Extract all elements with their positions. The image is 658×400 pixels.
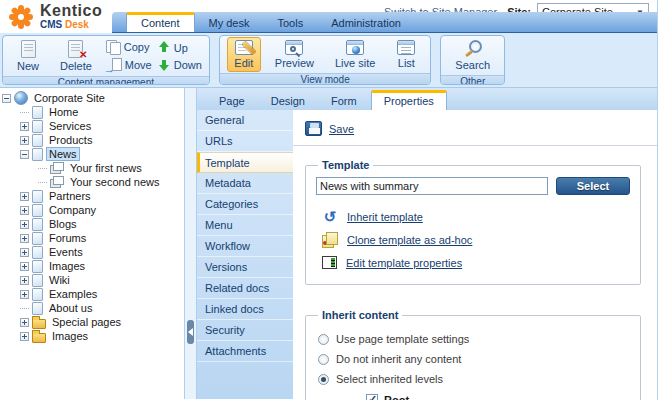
template-link-label[interactable]: Inherit template (347, 211, 423, 223)
live-site-mode-button[interactable]: Live site (328, 37, 382, 72)
tree-item-label[interactable]: Company (46, 203, 99, 217)
tree-item-wiki[interactable]: Wiki (0, 273, 184, 287)
template-link-label[interactable]: Clone template as ad-hoc (347, 234, 472, 246)
select-template-button[interactable]: Select (556, 177, 630, 195)
template-name-input[interactable] (316, 177, 548, 195)
expand-plus-icon[interactable] (20, 136, 29, 145)
tree-item-company[interactable]: Company (0, 203, 184, 217)
save-action[interactable]: Save (303, 114, 647, 145)
menu-item-attachments[interactable]: Attachments (197, 341, 293, 362)
tree-item-blogs[interactable]: Blogs (0, 217, 184, 231)
expand-plus-icon[interactable] (20, 192, 29, 201)
nav-tab-administration[interactable]: Administration (317, 13, 415, 32)
new-button[interactable]: New (10, 37, 46, 75)
edit-mode-button[interactable]: Edit (227, 37, 261, 72)
document-icon (32, 148, 43, 161)
expand-plus-icon[interactable] (20, 332, 29, 341)
menu-item-urls[interactable]: URLs (197, 131, 293, 152)
tree-item-label[interactable]: Images (46, 259, 88, 273)
tree-item-label[interactable]: Your first news (67, 161, 145, 175)
menu-item-metadata[interactable]: Metadata (197, 173, 293, 194)
tree-item-label[interactable]: Corporate Site (31, 91, 108, 105)
expand-plus-icon[interactable] (20, 290, 29, 299)
expand-plus-icon[interactable] (20, 276, 29, 285)
collapse-minus-icon[interactable] (2, 94, 11, 103)
tree-item-services[interactable]: Services (0, 119, 184, 133)
tree-item-label[interactable]: Events (46, 245, 86, 259)
nav-tab-my-desk[interactable]: My desk (195, 13, 264, 32)
expand-plus-icon[interactable] (20, 220, 29, 229)
tree-item-label[interactable]: Examples (46, 287, 100, 301)
nav-tab-tools[interactable]: Tools (264, 13, 318, 32)
tree-item-label[interactable]: Partners (46, 189, 94, 203)
tree-item-label[interactable]: Services (46, 119, 94, 133)
tab-form[interactable]: Form (319, 91, 369, 110)
tree-item-products[interactable]: Products (0, 133, 184, 147)
expand-plus-icon[interactable] (20, 122, 29, 131)
menu-item-template[interactable]: Template (197, 152, 293, 173)
template-link-edit-template-properties[interactable]: Edit template properties (322, 251, 630, 274)
expand-plus-icon[interactable] (20, 234, 29, 243)
tree-item-news[interactable]: News (0, 147, 184, 161)
tree-item-label[interactable]: Images (49, 329, 91, 343)
menu-item-menu[interactable]: Menu (197, 215, 293, 236)
tree-item-label[interactable]: Wiki (46, 273, 73, 287)
tree-item-forums[interactable]: Forums (0, 231, 184, 245)
tree-item-your-first-news[interactable]: Your first news (0, 161, 184, 175)
template-link-label[interactable]: Edit template properties (346, 257, 462, 269)
move-button[interactable]: Move (106, 58, 152, 72)
expand-plus-icon[interactable] (20, 248, 29, 257)
template-link-inherit-template[interactable]: ↺Inherit template (322, 205, 630, 228)
template-link-clone-template-as-ad-hoc[interactable]: Clone template as ad-hoc (322, 228, 630, 251)
collapse-minus-icon[interactable] (20, 150, 29, 159)
menu-item-security[interactable]: Security (197, 320, 293, 341)
expand-plus-icon[interactable] (20, 206, 29, 215)
tree-item-label[interactable]: News (46, 147, 80, 161)
copy-button[interactable]: Copy (106, 40, 152, 54)
menu-item-workflow[interactable]: Workflow (197, 236, 293, 257)
tab-properties[interactable]: Properties (371, 90, 447, 110)
down-button[interactable]: Down (159, 58, 202, 71)
menu-item-versions[interactable]: Versions (197, 257, 293, 278)
menu-item-general[interactable]: General (197, 110, 293, 131)
tree-item-label[interactable]: Blogs (46, 217, 80, 231)
radio-do-not-inherit-any-content[interactable] (318, 354, 329, 365)
tree-item-partners[interactable]: Partners (0, 189, 184, 203)
tree-item-label[interactable]: Special pages (49, 315, 124, 329)
delete-button[interactable]: ✕ Delete (53, 37, 99, 75)
tree-item-examples[interactable]: Examples (0, 287, 184, 301)
preview-mode-button[interactable]: Preview (268, 37, 321, 72)
tree-item-label[interactable]: Home (46, 105, 81, 119)
tree-item-your-second-news[interactable]: Your second news (0, 175, 184, 189)
tree-item-special-pages[interactable]: Special pages (0, 315, 184, 329)
expand-plus-icon[interactable] (20, 262, 29, 271)
panel-splitter[interactable] (184, 88, 197, 399)
tree-item-label[interactable]: About us (46, 301, 95, 315)
tree-item-label[interactable]: Forums (46, 231, 89, 245)
tree-item-home[interactable]: Home (0, 105, 184, 119)
group-view-mode: Edit Preview Live site List View mode (219, 35, 431, 85)
up-button[interactable]: Up (159, 41, 202, 54)
content-tree: Corporate SiteHomeServicesProductsNewsYo… (0, 88, 184, 399)
menu-item-related-docs[interactable]: Related docs (197, 278, 293, 299)
radio-use-page-template-settings[interactable] (318, 334, 329, 345)
tree-item-label[interactable]: Your second news (67, 175, 163, 189)
save-link[interactable]: Save (329, 123, 354, 135)
expand-plus-icon[interactable] (20, 318, 29, 327)
tree-item-events[interactable]: Events (0, 245, 184, 259)
tree-item-corporate-site[interactable]: Corporate Site (0, 91, 184, 105)
root-checkbox[interactable] (366, 394, 378, 400)
radio-select-inherited-levels[interactable] (318, 374, 329, 385)
tree-item-about-us[interactable]: About us (0, 301, 184, 315)
menu-item-categories[interactable]: Categories (197, 194, 293, 215)
list-mode-button[interactable]: List (389, 37, 423, 72)
tree-item-label[interactable]: Products (46, 133, 95, 147)
search-button[interactable]: Search (448, 37, 497, 74)
collapse-panel-arrow-icon[interactable] (187, 320, 194, 344)
tree-item-images[interactable]: Images (0, 259, 184, 273)
menu-item-linked-docs[interactable]: Linked docs (197, 299, 293, 320)
tab-design[interactable]: Design (259, 91, 317, 110)
tree-item-images[interactable]: Images (0, 329, 184, 343)
nav-tab-content[interactable]: Content (126, 12, 195, 32)
tab-page[interactable]: Page (207, 91, 257, 110)
